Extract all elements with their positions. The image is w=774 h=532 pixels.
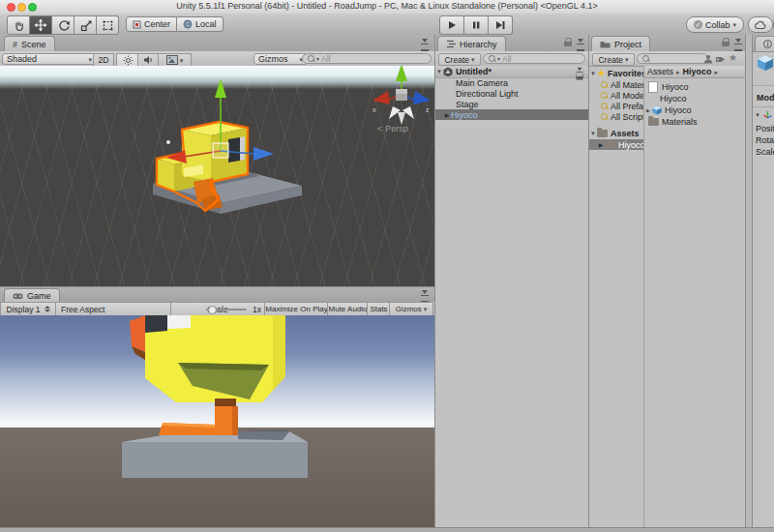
pause-button[interactable] (464, 15, 489, 35)
scene-gizmos-dropdown[interactable]: Gizmos ▾ (253, 53, 308, 65)
audio-icon (143, 55, 154, 65)
project-create-button[interactable]: Create ▾ (592, 53, 635, 66)
pivot-center-button[interactable]: Center (126, 16, 177, 32)
perspective-toggle[interactable]: < Persp (377, 124, 408, 133)
hand-tool-button[interactable] (7, 15, 30, 35)
favorite-all-materials[interactable]: All Materials (601, 79, 643, 90)
tab-hierarchy[interactable]: Hierarchy (437, 36, 506, 51)
titlebar: Unity 5.5.1f1 Personal (64bit) - Untitle… (0, 0, 774, 15)
move-tool-button[interactable] (30, 15, 52, 35)
file-hiyoco-model[interactable]: ▶ Hiyoco (644, 104, 746, 115)
search-by-type-icon[interactable] (703, 54, 713, 64)
scene-row-menu-icon[interactable] (577, 68, 584, 76)
display-dropdown[interactable]: Display 1 (0, 302, 57, 316)
lock-icon[interactable] (564, 38, 572, 47)
expander-closed-icon[interactable]: ▶ (644, 107, 652, 113)
expander-open-icon[interactable]: ▼ (589, 71, 597, 76)
hierarchy-panel: Hierarchy Create ▾ ▾ All ▼ Untitled* Mai… (434, 35, 588, 527)
transform-component-header[interactable]: ▼ (754, 110, 772, 119)
item-label: Stage (456, 100, 479, 109)
model-prefab-row[interactable]: Model (757, 93, 774, 103)
favorite-all-models[interactable]: All Models (601, 90, 643, 101)
expander-open-icon[interactable]: ▼ (589, 131, 597, 136)
axis-x-handle[interactable] (372, 91, 390, 104)
scale-tool-button[interactable] (74, 15, 97, 35)
breadcrumb-current[interactable]: Hiyoco (683, 67, 712, 76)
project-tree-column: ▼ ★ Favorites All Materials All Models A… (589, 66, 644, 532)
collab-button[interactable]: ✓ Collab ▾ (686, 16, 744, 33)
cloud-icon (754, 20, 767, 30)
axis-x-label: x (372, 106, 376, 113)
maximize-on-play-button[interactable]: Maximize On Play (264, 302, 329, 316)
rotate-tool-button[interactable] (52, 15, 74, 35)
hierarchy-item-hiyoco-selected[interactable]: ▶ Hiyoco (435, 109, 596, 120)
assets-root[interactable]: ▼ Assets (589, 128, 643, 138)
scene-effects-dropdown[interactable]: ▾ (158, 53, 192, 67)
game-controller-icon (13, 292, 23, 300)
transform-tool-group (7, 15, 119, 33)
scene-render-selected-object[interactable] (145, 68, 319, 215)
favorites-root[interactable]: ▼ ★ Favorites (589, 68, 643, 78)
expander-open-icon[interactable]: ▼ (754, 112, 761, 118)
save-search-star-icon[interactable]: ★ (729, 52, 737, 63)
cloud-services-button[interactable] (748, 16, 773, 33)
move-icon (34, 18, 47, 32)
shading-mode-dropdown[interactable]: Shaded ▾ (2, 53, 97, 65)
window-bottom-edge (0, 527, 774, 532)
aspect-value: Free Aspect (61, 305, 104, 314)
transform-rotation-label: Rotation (756, 135, 774, 145)
game-panel-menu-icon[interactable] (421, 290, 430, 300)
tab-project[interactable]: Project (591, 36, 650, 51)
rect-icon (102, 19, 114, 32)
favorite-all-scripts[interactable]: All Scripts (601, 111, 643, 122)
file-materials-folder[interactable]: Materials (648, 116, 745, 127)
rect-tool-button[interactable] (97, 15, 119, 35)
hierarchy-search-placeholder: All (502, 54, 511, 64)
scene-search-input[interactable]: ▾ All (302, 53, 432, 64)
hierarchy-item-stage[interactable]: Stage (435, 99, 609, 109)
favorite-all-prefabs[interactable]: All Prefabs (601, 101, 643, 111)
axis-z-handle[interactable] (413, 91, 431, 104)
expander-closed-icon[interactable]: ▶ (597, 141, 605, 148)
axis-y-handle[interactable] (396, 66, 407, 81)
pivot-local-label: Local (195, 19, 217, 29)
item-label: Hiyoco (451, 110, 478, 120)
2d-toggle-button[interactable]: 2D (93, 53, 114, 67)
scene-lighting-toggle[interactable] (116, 53, 139, 67)
mute-audio-button[interactable]: Mute Audio (327, 302, 369, 316)
hierarchy-create-button[interactable]: Create ▾ (438, 53, 481, 66)
stats-button[interactable]: Stats (367, 302, 391, 316)
tab-scene[interactable]: # Scene (4, 36, 55, 51)
step-button[interactable] (489, 15, 513, 35)
hierarchy-item-main-camera[interactable]: Main Camera (435, 77, 609, 88)
aspect-dropdown[interactable]: Free Aspect (55, 302, 182, 316)
hierarchy-item-directional-light[interactable]: Directional Light (435, 88, 609, 99)
expander-closed-icon[interactable]: ▶ (443, 111, 451, 118)
breadcrumb-root[interactable]: Assets (647, 67, 673, 76)
project-search-input[interactable] (637, 53, 708, 64)
search-by-label-icon[interactable] (715, 54, 726, 64)
scene-panel-menu-icon[interactable] (421, 39, 430, 48)
hierarchy-search-input[interactable]: ▾ All (483, 53, 585, 64)
file-hiyoco-asset[interactable]: Hiyoco (648, 93, 746, 103)
chevron-down-icon: ▾ (471, 56, 475, 63)
project-panel-menu-icon[interactable] (734, 39, 743, 48)
scene-toolbar: Shaded ▾ 2D ▾ Gizmos ▾ ▾ All (0, 51, 434, 67)
scene-viewport[interactable]: y x z < Persp (0, 66, 434, 286)
game-viewport[interactable] (0, 315, 434, 527)
hierarchy-toolbar: Create ▾ ▾ All (435, 51, 588, 67)
scale-slider-knob[interactable] (208, 306, 217, 314)
file-hiyoco-asset[interactable]: Hiyoco (648, 81, 745, 92)
transform-scale-label: Scale (756, 147, 774, 157)
assets-hiyoco-folder-selected[interactable]: ▶ Hiyoco (589, 139, 644, 150)
tab-game[interactable]: Game (4, 288, 60, 303)
lock-icon[interactable] (722, 38, 729, 47)
expander-open-icon[interactable]: ▼ (435, 69, 443, 74)
scene-audio-toggle[interactable] (137, 53, 160, 67)
pivot-local-button[interactable]: Local (177, 16, 223, 32)
game-gizmos-dropdown[interactable]: Gizmos ▾ (389, 302, 433, 316)
hierarchy-panel-menu-icon[interactable] (577, 39, 585, 48)
play-button[interactable] (439, 15, 464, 35)
collab-label: Collab (705, 20, 730, 30)
tab-inspector[interactable]: Inspector (755, 36, 774, 51)
